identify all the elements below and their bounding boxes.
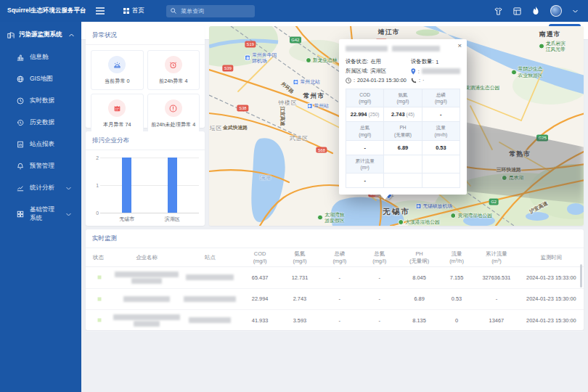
sidebar-item-report[interactable]: 站点报表 xyxy=(0,134,81,155)
sidebar-item-chart[interactable]: 信息舱 xyxy=(0,46,81,68)
y-axis-tick: 0 xyxy=(91,211,99,216)
cell-value: 22.994 xyxy=(240,295,280,302)
park-poi-icon xyxy=(317,215,323,221)
sidebar-item-label: 历史数据 xyxy=(30,118,54,127)
table-row[interactable]: 41.9333.593--8.1350134672024-01-23 15:30… xyxy=(86,310,584,332)
map-label-text: 新龙生态林 xyxy=(313,57,338,64)
map-label-text: 常阴沙生态农业旅游区 xyxy=(518,66,544,78)
park-poi-icon xyxy=(502,175,507,181)
redacted-text xyxy=(346,46,388,52)
sidebar-item-clock[interactable]: 实时数据 xyxy=(0,90,81,112)
module-icon xyxy=(17,211,24,218)
sidebar-title-label: 污染源监测系统 xyxy=(19,30,62,39)
metric-header: 氨氮(mg/l) xyxy=(384,89,422,107)
map-label: 昆承湖 xyxy=(502,174,523,181)
map-label: 常熟市 xyxy=(509,150,531,159)
metric-header: COD(mg/l) xyxy=(346,89,384,107)
abnormal-stat-card[interactable]: 本月异常 74 xyxy=(91,94,144,134)
cell-value: 2024-01-23 15:30:00 xyxy=(519,317,584,324)
sidebar-item-label: 预警管理 xyxy=(30,162,54,171)
column-header-0: 状态 xyxy=(86,254,113,261)
metric-value xyxy=(422,173,460,188)
map-label-text: 无锡市 xyxy=(383,207,410,217)
cell-value: 8.045 xyxy=(399,274,439,281)
redacted-address xyxy=(422,68,460,74)
map-label: 贡湖湾湿地公园 xyxy=(450,212,492,219)
chevron-down-icon[interactable] xyxy=(573,9,578,13)
clock-icon xyxy=(17,97,24,105)
map-label: 滆湖 xyxy=(260,174,270,181)
cell-value: 41.933 xyxy=(240,317,280,324)
map-label: ✈无锡硕放机场 xyxy=(415,203,452,210)
road-number-badge: G2 xyxy=(489,199,499,205)
metric-header: 总磷(mg/l) xyxy=(422,89,460,107)
grid-icon xyxy=(123,8,129,14)
device-info: 设备状态: 在用 设备数量: 1 所属区域: 滨湖区 : : 2024-01-2… xyxy=(346,58,460,83)
cell-value: 6.89 xyxy=(399,295,439,302)
column-header-9: 累计流量(m³) xyxy=(474,250,519,265)
user-avatar[interactable] xyxy=(550,5,562,17)
table-row[interactable]: 65.43712.731--8.0457.155327636.5312024-0… xyxy=(86,267,584,289)
cell-value: - xyxy=(359,295,399,302)
siren-icon xyxy=(108,56,126,73)
hamburger-menu-icon[interactable] xyxy=(96,7,105,15)
map-label: 大溪港湿地公园 xyxy=(398,219,440,226)
transport-poi-icon: ✈ xyxy=(306,103,312,109)
sidebar-item-stats[interactable]: 统计分析 xyxy=(0,177,81,199)
sidebar-item-label: 站点报表 xyxy=(30,140,54,149)
abnormal-stat-card[interactable]: 当前异常 0 xyxy=(91,50,144,90)
metric-value: 6.89 xyxy=(384,141,422,155)
sidebar-item-alert[interactable]: 预警管理 xyxy=(0,155,81,177)
abnormal-stat-card[interactable]: 前24h未处理异常 4 xyxy=(147,94,200,134)
bar-chart: 210无锡市滨湖区 xyxy=(100,158,199,213)
skin-theme-icon[interactable] xyxy=(494,7,502,15)
map-label: 武进区 xyxy=(290,134,309,142)
table-row[interactable]: 22.9942.743--6.890.53-2024-01-23 15:30:0… xyxy=(86,289,584,311)
layout-icon[interactable] xyxy=(513,7,521,15)
colon: : xyxy=(418,68,420,75)
device-name-redacted xyxy=(346,45,460,52)
search-input[interactable] xyxy=(179,7,245,15)
redacted-text xyxy=(392,46,440,52)
cell-value: 12.731 xyxy=(280,274,320,281)
app-logo: Squirrel生态环境云服务平台 xyxy=(0,7,81,15)
history-icon xyxy=(17,119,24,126)
sidebar-system-title[interactable]: 污染源监测系统 xyxy=(0,22,81,46)
column-header-6: 总氮(mg/l) xyxy=(359,250,399,265)
map-label-text: 黄泗浦生态公园 xyxy=(465,84,500,91)
gridline xyxy=(100,185,199,186)
metric-header: 总氮(mg/l) xyxy=(346,122,384,140)
sidebar-item-history[interactable]: 历史数据 xyxy=(0,112,81,134)
company-name-redacted xyxy=(113,313,181,328)
abnormal-stat-card[interactable]: 前24h异常 4 xyxy=(147,50,200,90)
sidebar-item-module[interactable]: 基础管理系统 xyxy=(0,199,81,229)
gridline xyxy=(100,158,199,158)
map-label: 新龙生态林 xyxy=(306,57,338,64)
map-label-text: 金坛区 xyxy=(209,124,222,132)
colon: : xyxy=(419,77,420,83)
scrollbar-thumb[interactable] xyxy=(580,264,582,287)
metric-value: - xyxy=(346,141,384,155)
close-icon[interactable]: × xyxy=(457,42,462,49)
menu-search[interactable] xyxy=(166,5,255,17)
breadcrumb-home[interactable]: 首页 xyxy=(123,7,144,15)
map-label-text: 太湖湾旅游度假区 xyxy=(324,212,348,224)
metric-header: 累计流量(m³) xyxy=(346,155,384,173)
y-axis-tick: 1 xyxy=(91,183,99,188)
map-label: ✈常州北站 xyxy=(293,78,320,86)
map-panel[interactable]: 靖江市南通市常州市无锡市常熟市钟楼区武进区滨湖区金坛区外环路江宜高速金武快速路三… xyxy=(209,26,584,226)
cell-value: - xyxy=(319,295,359,302)
sidebar-item-globe[interactable]: GIS地图 xyxy=(0,68,81,90)
park-poi-icon xyxy=(539,44,544,49)
sidebar-item-label: GIS地图 xyxy=(30,75,53,83)
column-header-7: PH(无量纲) xyxy=(399,250,439,265)
map-label-text: 常熟市 xyxy=(509,150,531,159)
road-number-badge: G25 xyxy=(536,135,548,142)
map-label: 南通市 xyxy=(539,30,561,39)
map-label: 靖江市 xyxy=(378,28,400,37)
device-info-popup: × 设备状态: 在用 设备数量: 1 所属区域: 滨湖区 : xyxy=(339,39,467,195)
map-label-text: 贡湖湾湿地公园 xyxy=(457,212,492,219)
park-poi-icon xyxy=(511,69,517,75)
flame-icon[interactable] xyxy=(532,7,539,15)
clock-icon xyxy=(346,78,351,83)
